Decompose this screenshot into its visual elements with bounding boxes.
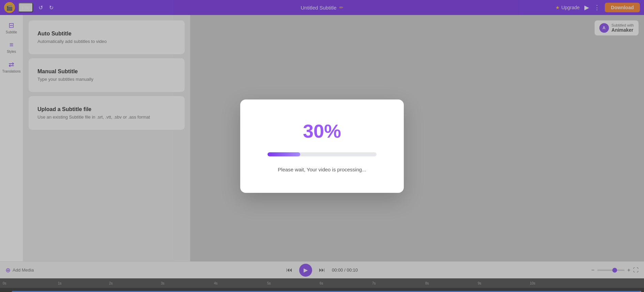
progress-percent: 30% bbox=[267, 120, 377, 142]
processing-modal: 30% Please wait, Your video is processin… bbox=[240, 99, 404, 193]
wait-message: Please wait, Your video is processing... bbox=[267, 167, 377, 172]
modal-overlay: 30% Please wait, Your video is processin… bbox=[0, 0, 644, 292]
progress-bar-container bbox=[267, 152, 377, 156]
progress-bar-fill bbox=[267, 152, 300, 156]
